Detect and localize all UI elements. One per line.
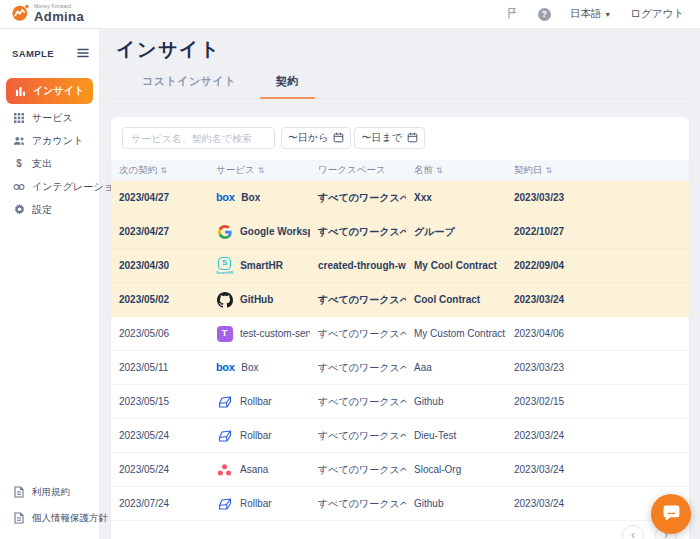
language-selector[interactable]: 日本語 ▼ — [570, 7, 611, 21]
contract-date-cell: 2023/03/23 — [506, 192, 689, 203]
sort-icon: ⇅ — [258, 166, 265, 175]
previous-page-button[interactable]: ‹ — [622, 525, 644, 539]
column-header-service[interactable]: サービス⇅ — [208, 164, 310, 177]
next-contract-cell: 2023/05/24 — [111, 464, 208, 475]
main-content: インサイト コストインサイト契約 〜日から 〜日まで — [100, 29, 700, 539]
next-contract-cell: 2023/04/30 — [111, 260, 208, 271]
search-input[interactable] — [122, 127, 275, 149]
contract-date-cell: 2023/03/24 — [506, 464, 689, 475]
contract-date-cell: 2023/02/15 — [506, 396, 689, 407]
sidebar-item-insights[interactable]: インサイト — [6, 78, 93, 104]
users-icon — [13, 136, 25, 146]
sidebar-link-privacy[interactable]: 個人情報保護方針 — [0, 505, 99, 531]
sidebar-link-terms[interactable]: 利用規約 — [0, 479, 99, 505]
google-workspace-logo — [216, 223, 233, 241]
next-contract-cell: 2023/04/27 — [111, 192, 208, 203]
date-from-picker[interactable]: 〜日から — [281, 127, 351, 149]
next-contract-cell: 2023/05/11 — [111, 362, 208, 373]
column-header-next-contract[interactable]: 次の契約⇅ — [111, 164, 208, 177]
sidebar-item-integrations[interactable]: インテグレーション — [0, 175, 99, 198]
money-forward-mark-icon — [12, 4, 29, 25]
contract-date-cell: 2023/03/23 — [506, 362, 689, 373]
table-row[interactable]: 2023/05/24 Asana すべてのワークスペース Slocal-Org … — [111, 453, 689, 487]
chat-widget-button[interactable] — [651, 494, 691, 534]
help-icon[interactable]: ? — [538, 8, 551, 21]
tab-cost-insight[interactable]: コストインサイト — [142, 74, 236, 98]
logout-button[interactable]: ログアウト — [630, 7, 684, 21]
next-contract-cell: 2023/05/24 — [111, 430, 208, 441]
calendar-icon — [407, 132, 418, 145]
custom-service-avatar: T — [216, 325, 233, 343]
next-contract-cell: 2023/04/27 — [111, 226, 208, 237]
next-contract-cell: 2023/05/02 — [111, 294, 208, 305]
name-cell: Xxx — [406, 192, 506, 203]
rollbar-logo — [216, 495, 233, 513]
chat-bubble-icon — [662, 503, 681, 526]
page-title: インサイト — [116, 37, 689, 63]
name-cell: Github — [406, 396, 506, 407]
table-row[interactable]: 2023/05/15 Rollbar すべてのワークスペース Github 20… — [111, 385, 689, 419]
contract-date-cell: 2023/04/06 — [506, 328, 689, 339]
sidebar: SAMPLE インサイト サービス アカウント $ 支出 インテグレーション 設… — [0, 29, 100, 539]
box-logo: box — [216, 189, 234, 207]
sidebar-item-services[interactable]: サービス — [0, 106, 99, 129]
name-cell: Dieu-Test — [406, 430, 506, 441]
service-cell: Google Workspace — [208, 223, 310, 241]
sort-icon: ⇅ — [160, 166, 167, 175]
service-cell: box Box — [208, 189, 310, 207]
column-header-name[interactable]: 名前⇅ — [406, 164, 506, 177]
table-body: 2023/04/27 box Box すべてのワークスペース Xxx 2023/… — [111, 181, 689, 521]
grid-icon — [13, 113, 25, 123]
smarthr-logo: SSmartHR — [216, 257, 233, 275]
tab-bar: コストインサイト契約 — [111, 74, 689, 99]
pagination: ‹ › — [111, 521, 689, 539]
service-cell: GitHub — [208, 291, 310, 309]
table-row[interactable]: 2023/05/02 GitHub すべてのワークスペース Cool Contr… — [111, 283, 689, 317]
table-row[interactable]: 2023/07/24 Rollbar すべてのワークスペース Github 20… — [111, 487, 689, 521]
whats-new-flag-icon[interactable] — [505, 6, 519, 22]
sidebar-item-spend[interactable]: $ 支出 — [0, 152, 99, 175]
service-cell: T test-custom-service — [208, 325, 310, 343]
workspace-cell: created-through-win — [310, 260, 406, 271]
workspace-cell: すべてのワークスペース — [310, 395, 406, 409]
asana-logo — [216, 461, 233, 479]
rollbar-logo — [216, 427, 233, 445]
service-cell: Rollbar — [208, 427, 310, 445]
sidebar-footer: 利用規約 個人情報保護方針 — [0, 479, 99, 539]
name-cell: My Cool Contract — [406, 260, 506, 271]
contract-date-cell: 2022/10/27 — [506, 226, 689, 237]
name-cell: Github — [406, 498, 506, 509]
workspace-cell: すべてのワークスペース — [310, 463, 406, 477]
tab-contract[interactable]: 契約 — [260, 74, 315, 98]
table-row[interactable]: 2023/04/27 Google Workspace すべてのワークスペース … — [111, 215, 689, 249]
document-icon — [13, 486, 25, 498]
sidebar-item-settings[interactable]: 設定 — [0, 198, 99, 221]
table-row[interactable]: 2023/05/06 T test-custom-service すべてのワーク… — [111, 317, 689, 351]
collapse-menu-icon[interactable] — [77, 44, 89, 62]
sort-icon: ⇅ — [436, 166, 443, 175]
contracts-card: 〜日から 〜日まで — [111, 117, 689, 539]
table-row[interactable]: 2023/04/27 box Box すべてのワークスペース Xxx 2023/… — [111, 181, 689, 215]
admina-logo: Money Forward Admina — [12, 4, 84, 25]
name-cell: Cool Contract — [406, 294, 506, 305]
workspace-cell: すべてのワークスペース — [310, 497, 406, 511]
name-cell: グループ — [406, 225, 506, 239]
column-header-contract-date[interactable]: 契約日⇅ — [506, 164, 689, 177]
contract-date-cell: 2023/03/24 — [506, 294, 689, 305]
name-cell: Aaa — [406, 362, 506, 373]
sidebar-item-accounts[interactable]: アカウント — [0, 129, 99, 152]
workspace-cell: すべてのワークスペース — [310, 225, 406, 239]
workspace-cell: すべてのワークスペース — [310, 361, 406, 375]
contract-date-cell: 2022/09/04 — [506, 260, 689, 271]
contracts-table: 次の契約⇅ サービス⇅ ワークスペース 名前⇅ 契約日⇅ 2023/04/27 … — [111, 160, 689, 521]
box-logo: box — [216, 359, 234, 377]
workspace-cell: すべてのワークスペース — [310, 429, 406, 443]
table-row[interactable]: 2023/04/30 SSmartHR SmartHR created-thro… — [111, 249, 689, 283]
next-contract-cell: 2023/07/24 — [111, 498, 208, 509]
date-to-picker[interactable]: 〜日まで — [354, 127, 424, 149]
workspace-name: SAMPLE — [12, 48, 54, 59]
github-logo — [216, 291, 233, 309]
sort-icon: ⇅ — [546, 166, 553, 175]
table-row[interactable]: 2023/05/11 box Box すべてのワークスペース Aaa 2023/… — [111, 351, 689, 385]
table-row[interactable]: 2023/05/24 Rollbar すべてのワークスペース Dieu-Test… — [111, 419, 689, 453]
